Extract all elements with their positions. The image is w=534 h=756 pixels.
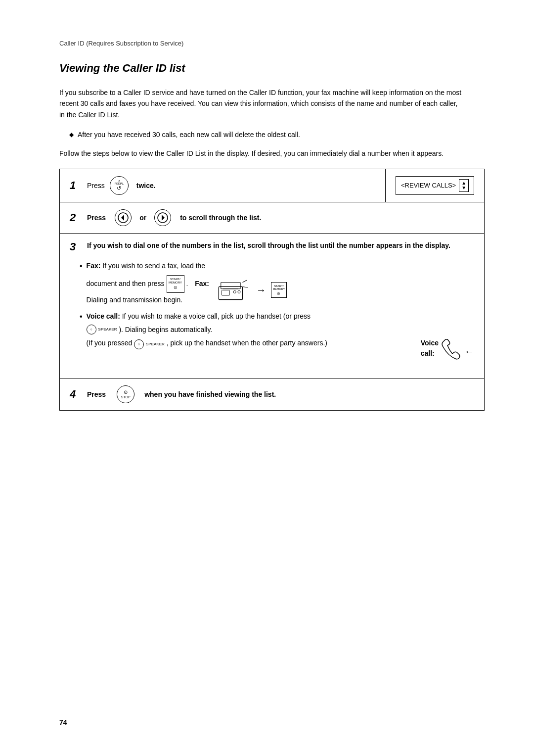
voice-line3-text: (If you pressed ○ SPEAKER , pick up the …: [87, 338, 409, 349]
review-calls-label: <REVIEW CALLS>: [401, 182, 456, 189]
step-3-number: 3: [70, 240, 82, 253]
step-3-cell: 3 If you wish to dial one of the numbers…: [60, 233, 485, 378]
svg-marker-3: [162, 215, 165, 221]
page-number: 74: [59, 718, 67, 726]
step-4-cell: 4 Press ⊙ STOP when you have finished vi…: [60, 378, 485, 410]
breadcrumb: Caller ID (Requires Subscription to Serv…: [59, 40, 485, 47]
step-1-cell: 1 Press zREDIAL ↺ twice. <REVIEW CALLS>: [60, 169, 485, 202]
fax-intro-line: Fax: If you wish to send a fax, load the: [87, 261, 474, 271]
fax-sub-bullet: Fax: If you wish to send a fax, load the…: [80, 261, 474, 305]
voice-sub-bullet: Voice call: If you wish to make a voice …: [80, 311, 474, 365]
follow-text: Follow the steps below to view the Calle…: [59, 148, 465, 159]
scroll-right-button-icon: [154, 209, 171, 226]
step-1-twice: twice.: [136, 182, 156, 189]
voice-line1: Voice call: If you wish to make a voice …: [87, 311, 474, 322]
svg-line-10: [242, 281, 247, 283]
step-4-content: 4 Press ⊙ STOP when you have finished vi…: [60, 378, 484, 410]
voice-call-label: Voicecall:: [421, 338, 439, 359]
handset-drawing: [441, 338, 460, 365]
step-4-action: when you have finished viewing the list.: [144, 390, 276, 398]
review-calls-box: <REVIEW CALLS> ▲ ▼: [396, 176, 474, 195]
speaker-button-icon: ○: [87, 325, 96, 334]
step-3-row: 3 If you wish to dial one of the numbers…: [60, 233, 485, 378]
speaker-label-2: SPEAKER: [146, 342, 165, 346]
step-3-content: 3 If you wish to dial one of the numbers…: [60, 234, 484, 378]
start-memory-button-icon: START/ MEMORY ⊙: [167, 275, 184, 293]
step-3-header: 3 If you wish to dial one of the numbers…: [70, 240, 474, 253]
fax-intro-text: If you wish to send a fax, load the: [102, 262, 205, 270]
step-1-number: 1: [70, 179, 82, 192]
fax-doc-line: document and then press START/ MEMORY ⊙: [87, 275, 209, 293]
fax-label-bold: Fax:: [87, 262, 101, 270]
intro-paragraph: If you subscribe to a Caller ID service …: [59, 87, 465, 120]
step-3-header-text: If you wish to dial one of the numbers i…: [87, 240, 450, 251]
handset-arrow: ←: [464, 344, 474, 359]
fax-arrow-right: →: [256, 283, 266, 297]
note-bullet: After you have received 30 calls, each n…: [69, 129, 465, 140]
fax-illustration: → START/ MEMORY ⊙: [217, 278, 287, 302]
step-4-press: Press: [87, 390, 106, 398]
step-2-content: 2 Press or: [60, 202, 484, 233]
voice-label-and-icon: Voicecall:: [421, 338, 439, 361]
page: Caller ID (Requires Subscription to Serv…: [0, 0, 534, 756]
step-4-number: 4: [70, 388, 82, 401]
voice-line3: (If you pressed ○ SPEAKER , pick up the …: [87, 338, 474, 365]
step-1-right: <REVIEW CALLS> ▲ ▼: [385, 169, 484, 202]
svg-rect-5: [221, 283, 240, 289]
review-calls-arrows: ▲ ▼: [459, 179, 469, 192]
step-2-scroll: to scroll through the list.: [180, 214, 261, 222]
step-1-row: 1 Press zREDIAL ↺ twice. <REVIEW CALLS>: [60, 169, 485, 202]
step-2-row: 2 Press or: [60, 202, 485, 233]
voice-pickup-text: , pick up the handset when the other par…: [167, 339, 327, 347]
voice-illustration: ←: [441, 338, 474, 365]
step-1-left: 1 Press zREDIAL ↺ twice.: [60, 169, 385, 202]
start-memory-button-icon-small: START/ MEMORY ⊙: [271, 282, 287, 298]
fax-row: document and then press START/ MEMORY ⊙: [87, 275, 474, 305]
redial-button-icon: zREDIAL ↺: [110, 176, 129, 195]
svg-marker-1: [121, 215, 124, 221]
fax-dialing: Dialing and transmission begin.: [87, 295, 209, 305]
step-2-or: or: [139, 214, 146, 222]
step-2-cell: 2 Press or: [60, 202, 485, 233]
voice-text1: If you wish to make a voice call, pick u…: [122, 312, 311, 320]
stop-button-icon: ⊙ STOP: [117, 385, 134, 403]
fax-machine-drawing: [217, 278, 251, 302]
fax-doc-text: document and then press: [87, 280, 167, 287]
speaker-label-text: SPEAKER: [98, 327, 117, 332]
step-1-press: Press: [87, 182, 105, 189]
step-4-row: 4 Press ⊙ STOP when you have finished vi…: [60, 378, 485, 410]
svg-line-11: [242, 287, 248, 288]
svg-point-9: [238, 291, 240, 293]
step-2-press: Press: [87, 214, 106, 222]
step-2-number: 2: [70, 211, 82, 224]
speaker-button-icon-2: ○: [134, 339, 144, 349]
voice-bullet-content: Voice call: If you wish to make a voice …: [87, 311, 474, 365]
svg-point-8: [233, 291, 236, 293]
voice-dialing-text: ). Dialing begins automatically.: [119, 325, 212, 335]
fax-dot: .: [186, 280, 188, 287]
svg-rect-7: [222, 290, 229, 296]
step-3-sub-bullets: Fax: If you wish to send a fax, load the…: [80, 261, 474, 365]
section-title: Viewing the Caller ID list: [59, 62, 485, 75]
voice-label-bold: Voice call:: [87, 312, 120, 320]
scroll-left-button-icon: [115, 209, 132, 226]
fax-label-right: Fax:: [195, 280, 209, 287]
fax-bullet-content: Fax: If you wish to send a fax, load the…: [87, 261, 474, 305]
voice-line2: ○ SPEAKER ). Dialing begins automaticall…: [87, 325, 474, 335]
steps-table: 1 Press zREDIAL ↺ twice. <REVIEW CALLS>: [59, 169, 485, 411]
fax-doc-text-group: document and then press START/ MEMORY ⊙: [87, 275, 209, 305]
